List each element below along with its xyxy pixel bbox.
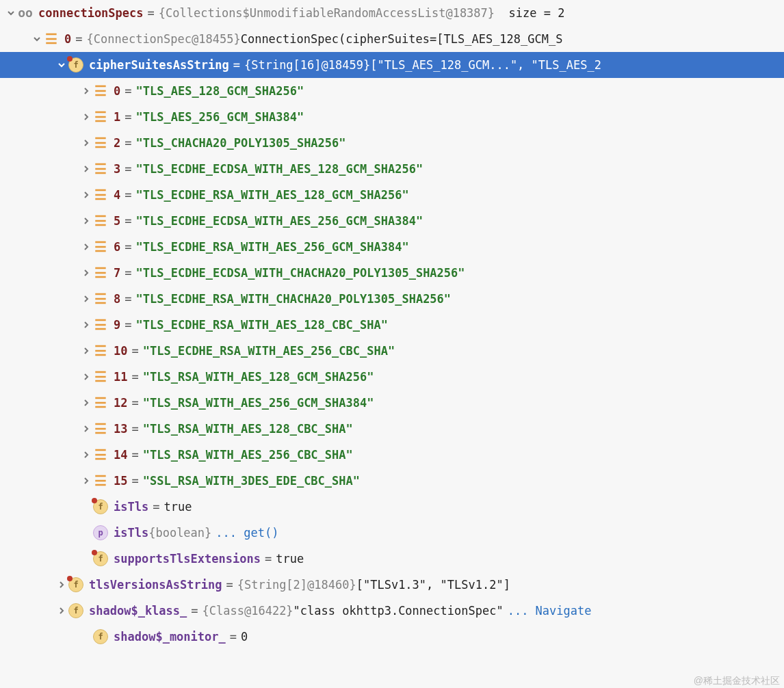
get-link[interactable]: ... get() — [215, 527, 278, 539]
array-icon: ☰ — [93, 83, 108, 98]
string-value: "SSL_RSA_WITH_3DES_EDE_CBC_SHA" — [143, 475, 360, 487]
text: = — [125, 85, 131, 97]
index: 9 — [114, 319, 120, 331]
field-name: supportsTlsExtensions — [114, 553, 261, 565]
chevron-right-icon[interactable] — [79, 87, 93, 95]
chevron-right-icon[interactable] — [55, 581, 68, 589]
field-shadow-klass[interactable]: fshadow$_klass_ = {Class@16422} "class o… — [0, 598, 784, 624]
index: 0 — [114, 85, 120, 97]
field-shadow-monitor[interactable]: fshadow$_monitor_ = 0 — [0, 624, 784, 650]
chevron-down-icon[interactable] — [4, 9, 18, 17]
type: {boolean} — [148, 527, 211, 539]
index: 1 — [114, 111, 120, 123]
field-icon: f — [93, 629, 108, 644]
text: = — [125, 319, 131, 331]
text: = — [131, 449, 138, 461]
chevron-right-icon[interactable] — [79, 347, 93, 355]
preview: ["TLS_AES_128_GCM...", "TLS_AES_2 — [370, 59, 601, 71]
chevron-right-icon[interactable] — [79, 373, 93, 381]
array-icon: ☰ — [93, 265, 108, 280]
array-item-0[interactable]: ☰0 = {ConnectionSpec@18455} ConnectionSp… — [0, 26, 784, 52]
suite-item[interactable]: ☰6 = "TLS_ECDHE_RSA_WITH_AES_256_GCM_SHA… — [0, 234, 784, 260]
suite-item[interactable]: ☰11 = "TLS_RSA_WITH_AES_128_GCM_SHA256" — [0, 364, 784, 390]
text: = — [125, 163, 131, 175]
chevron-down-icon[interactable] — [55, 61, 68, 69]
chevron-right-icon[interactable] — [79, 321, 93, 329]
chevron-right-icon[interactable] — [79, 295, 93, 303]
text: = — [153, 501, 159, 513]
var-name: connectionSpecs — [38, 8, 144, 19]
navigate-link[interactable]: ... Navigate — [508, 605, 592, 617]
chevron-down-icon[interactable] — [30, 35, 44, 43]
suite-item[interactable]: ☰13 = "TLS_RSA_WITH_AES_128_CBC_SHA" — [0, 416, 784, 442]
suite-item[interactable]: ☰4 = "TLS_ECDHE_RSA_WITH_AES_128_GCM_SHA… — [0, 182, 784, 208]
field-supportsTlsExtensions[interactable]: fsupportsTlsExtensions = true — [0, 546, 784, 572]
string-value: "TLS_ECDHE_RSA_WITH_AES_128_CBC_SHA" — [136, 319, 388, 331]
suite-item[interactable]: ☰5 = "TLS_ECDHE_ECDSA_WITH_AES_256_GCM_S… — [0, 208, 784, 234]
suite-item[interactable]: ☰10 = "TLS_ECDHE_RSA_WITH_AES_256_CBC_SH… — [0, 338, 784, 364]
property-isTls[interactable]: pisTls {boolean} ... get() — [0, 520, 784, 546]
suite-item[interactable]: ☰15 = "SSL_RSA_WITH_3DES_EDE_CBC_SHA" — [0, 468, 784, 494]
string-value: "TLS_AES_256_GCM_SHA384" — [136, 111, 304, 123]
field-name: isTls — [114, 501, 148, 513]
array-icon: ☰ — [93, 291, 108, 306]
chevron-right-icon[interactable] — [79, 477, 93, 485]
chevron-right-icon[interactable] — [79, 139, 93, 147]
field-icon: f — [93, 499, 108, 514]
watch-icon: oo — [18, 5, 33, 21]
field-name: shadow$_klass_ — [89, 605, 187, 617]
field-tlsVersionsAsString[interactable]: ftlsVersionsAsString = {String[2]@18460}… — [0, 572, 784, 598]
field-cipherSuitesAsString[interactable]: fcipherSuitesAsString = {String[16]@1845… — [0, 52, 784, 78]
field-name: shadow$_monitor_ — [114, 631, 226, 643]
string-value: "TLS_CHACHA20_POLY1305_SHA256" — [136, 137, 346, 149]
index: 15 — [114, 475, 127, 487]
array-icon: ☰ — [93, 447, 108, 462]
suite-item[interactable]: ☰9 = "TLS_ECDHE_RSA_WITH_AES_128_CBC_SHA… — [0, 312, 784, 338]
var-connectionSpecs[interactable]: ooconnectionSpecs = {Collections$Unmodif… — [0, 0, 784, 26]
object-ref: {String[16]@18459} — [244, 59, 370, 71]
suite-item[interactable]: ☰12 = "TLS_RSA_WITH_AES_256_GCM_SHA384" — [0, 390, 784, 416]
text: = — [233, 59, 240, 71]
array-icon: ☰ — [44, 31, 59, 47]
text: = — [125, 137, 131, 149]
text: = — [131, 371, 138, 383]
property-icon: p — [93, 525, 108, 540]
index: 7 — [114, 267, 120, 279]
index: 10 — [114, 345, 127, 357]
field-icon: f — [68, 57, 83, 72]
string-value: "TLS_ECDHE_ECDSA_WITH_AES_256_GCM_SHA384… — [136, 215, 423, 227]
chevron-right-icon[interactable] — [79, 399, 93, 407]
array-icon: ☰ — [93, 239, 108, 254]
string-value: "TLS_ECDHE_RSA_WITH_AES_128_GCM_SHA256" — [136, 189, 409, 201]
text: = — [265, 553, 272, 565]
chevron-right-icon[interactable] — [79, 451, 93, 459]
chevron-right-icon[interactable] — [79, 217, 93, 225]
chevron-right-icon[interactable] — [79, 191, 93, 199]
index: 0 — [64, 34, 71, 45]
suite-item[interactable]: ☰7 = "TLS_ECDHE_ECDSA_WITH_CHACHA20_POLY… — [0, 260, 784, 286]
suite-item[interactable]: ☰2 = "TLS_CHACHA20_POLY1305_SHA256" — [0, 130, 784, 156]
chevron-right-icon[interactable] — [79, 165, 93, 173]
text: = — [131, 423, 138, 435]
index: 13 — [114, 423, 127, 435]
string-value: "TLS_RSA_WITH_AES_256_GCM_SHA384" — [143, 397, 374, 409]
text: = — [131, 475, 138, 487]
suite-item[interactable]: ☰3 = "TLS_ECDHE_ECDSA_WITH_AES_128_GCM_S… — [0, 156, 784, 182]
suite-item[interactable]: ☰0 = "TLS_AES_128_GCM_SHA256" — [0, 78, 784, 104]
suite-item[interactable]: ☰8 = "TLS_ECDHE_RSA_WITH_CHACHA20_POLY13… — [0, 286, 784, 312]
chevron-right-icon[interactable] — [79, 243, 93, 251]
size-label: size = 2 — [495, 8, 564, 19]
field-isTls[interactable]: fisTls = true — [0, 494, 784, 520]
text: = — [131, 345, 138, 357]
chevron-right-icon[interactable] — [55, 607, 68, 615]
array-icon: ☰ — [93, 109, 108, 124]
suite-item[interactable]: ☰1 = "TLS_AES_256_GCM_SHA384" — [0, 104, 784, 130]
array-icon: ☰ — [93, 369, 108, 384]
chevron-right-icon[interactable] — [79, 269, 93, 277]
suite-item[interactable]: ☰14 = "TLS_RSA_WITH_AES_256_CBC_SHA" — [0, 442, 784, 468]
field-name: cipherSuitesAsString — [89, 59, 229, 71]
array-icon: ☰ — [93, 317, 108, 332]
text: = — [75, 34, 82, 45]
chevron-right-icon[interactable] — [79, 425, 93, 433]
chevron-right-icon[interactable] — [79, 113, 93, 121]
